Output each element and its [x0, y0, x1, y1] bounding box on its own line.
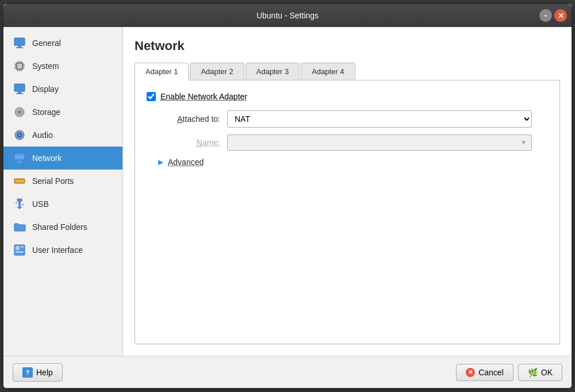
sidebar-label-network: Network	[32, 153, 62, 163]
svg-point-33	[19, 180, 21, 182]
content-area: General	[3, 27, 572, 356]
sidebar-item-display[interactable]: Display	[3, 78, 122, 101]
ok-button[interactable]: 🌿 OK	[518, 364, 562, 381]
sidebar-label-display: Display	[32, 84, 59, 94]
sidebar: General	[3, 27, 123, 356]
serial-icon	[13, 174, 26, 188]
svg-rect-39	[16, 202, 17, 203]
tab-content: Enable Network Adapter Attached to: NAT	[135, 80, 560, 344]
help-label: Help	[36, 368, 53, 377]
sidebar-item-general[interactable]: General	[3, 32, 122, 55]
svg-rect-43	[21, 246, 24, 248]
titlebar: Ubuntu - Settings – ✕	[3, 4, 572, 27]
svg-rect-19	[16, 93, 23, 94]
svg-point-31	[16, 180, 17, 182]
advanced-arrow-icon: ▶	[158, 158, 163, 166]
svg-point-24	[19, 134, 21, 136]
storage-icon	[13, 105, 26, 119]
cancel-button[interactable]: ✕ Cancel	[456, 364, 513, 381]
sidebar-label-storage: Storage	[32, 107, 60, 117]
svg-point-21	[18, 110, 21, 114]
page-title: Network	[135, 39, 560, 53]
titlebar-controls: – ✕	[539, 9, 567, 22]
attached-to-dropdown[interactable]: NAT	[227, 110, 532, 128]
minimize-button[interactable]: –	[539, 9, 552, 22]
monitor-icon	[13, 36, 26, 50]
svg-rect-17	[14, 84, 25, 91]
audio-icon	[13, 128, 26, 142]
svg-point-32	[17, 180, 19, 182]
sidebar-item-user-interface[interactable]: User Interface	[3, 239, 122, 262]
svg-rect-44	[16, 251, 24, 253]
help-button[interactable]: ? Help	[13, 363, 63, 382]
footer-right: ✕ Cancel 🌿 OK	[456, 364, 562, 381]
tab-adapter3[interactable]: Adapter 3	[246, 63, 300, 80]
main-panel: Network Adapter 1 Adapter 2 Adapter 3 Ad…	[123, 27, 572, 356]
cpu-icon	[13, 59, 26, 73]
svg-marker-38	[17, 207, 22, 209]
sidebar-label-audio: Audio	[32, 130, 53, 140]
attached-to-control: NAT	[227, 110, 532, 128]
sidebar-item-usb[interactable]: USB	[3, 193, 122, 216]
footer-left: ? Help	[13, 363, 63, 382]
svg-rect-40	[22, 204, 24, 205]
close-button[interactable]: ✕	[554, 9, 567, 22]
sidebar-item-shared-folders[interactable]: Shared Folders	[3, 216, 122, 239]
svg-rect-28	[18, 160, 21, 162]
enable-adapter-row: Enable Network Adapter	[147, 92, 548, 101]
sidebar-label-shared-folders: Shared Folders	[32, 222, 87, 232]
advanced-label[interactable]: Advanced	[168, 157, 204, 167]
ok-label: OK	[541, 368, 553, 377]
svg-rect-25	[14, 153, 25, 160]
ui-icon	[13, 243, 26, 257]
window-title: Ubuntu - Settings	[256, 11, 319, 20]
enable-adapter-label[interactable]: Enable Network Adapter	[160, 92, 247, 101]
name-input[interactable]	[227, 134, 532, 151]
svg-rect-18	[18, 91, 21, 93]
folder-icon	[13, 220, 26, 234]
settings-window: Ubuntu - Settings – ✕ General	[3, 3, 572, 389]
display-icon	[13, 82, 26, 96]
sidebar-item-serial-ports[interactable]: Serial Ports	[3, 170, 122, 193]
svg-rect-2	[16, 47, 23, 48]
network-icon	[13, 151, 26, 165]
cancel-icon: ✕	[466, 368, 475, 377]
sidebar-item-storage[interactable]: Storage	[3, 101, 122, 124]
svg-rect-42	[16, 246, 20, 250]
sidebar-item-network[interactable]: Network	[3, 147, 122, 170]
adapter-tabs: Adapter 1 Adapter 2 Adapter 3 Adapter 4	[135, 63, 560, 80]
sidebar-label-system: System	[32, 62, 59, 71]
svg-rect-0	[14, 38, 25, 45]
svg-point-34	[21, 180, 22, 182]
svg-rect-36	[17, 199, 22, 201]
name-control: ▼	[227, 134, 532, 151]
enable-adapter-checkbox[interactable]	[147, 92, 156, 101]
svg-rect-1	[18, 45, 21, 47]
sidebar-label-user-interface: User Interface	[32, 245, 83, 255]
sidebar-label-usb: USB	[32, 199, 49, 209]
svg-rect-37	[18, 201, 21, 207]
sidebar-item-system[interactable]: System	[3, 55, 122, 78]
sidebar-item-audio[interactable]: Audio	[3, 124, 122, 147]
tab-adapter2[interactable]: Adapter 2	[190, 63, 244, 80]
name-row: Name: ▼	[147, 134, 548, 151]
footer: ? Help ✕ Cancel 🌿 OK	[3, 356, 572, 388]
advanced-row[interactable]: ▶ Advanced	[147, 157, 548, 167]
svg-rect-29	[16, 162, 23, 163]
tab-adapter4[interactable]: Adapter 4	[301, 63, 355, 80]
tab-adapter1[interactable]: Adapter 1	[135, 63, 189, 80]
svg-rect-4	[17, 64, 22, 68]
usb-icon	[13, 197, 26, 211]
ok-icon: 🌿	[528, 368, 538, 377]
sidebar-label-serial-ports: Serial Ports	[32, 176, 74, 186]
sidebar-label-general: General	[32, 39, 61, 48]
attached-to-label: Attached to:	[147, 114, 227, 124]
name-label: Name:	[147, 138, 227, 147]
help-icon: ?	[22, 367, 33, 378]
attached-to-row: Attached to: NAT	[147, 110, 548, 128]
svg-point-35	[22, 180, 24, 182]
cancel-label: Cancel	[478, 368, 504, 377]
